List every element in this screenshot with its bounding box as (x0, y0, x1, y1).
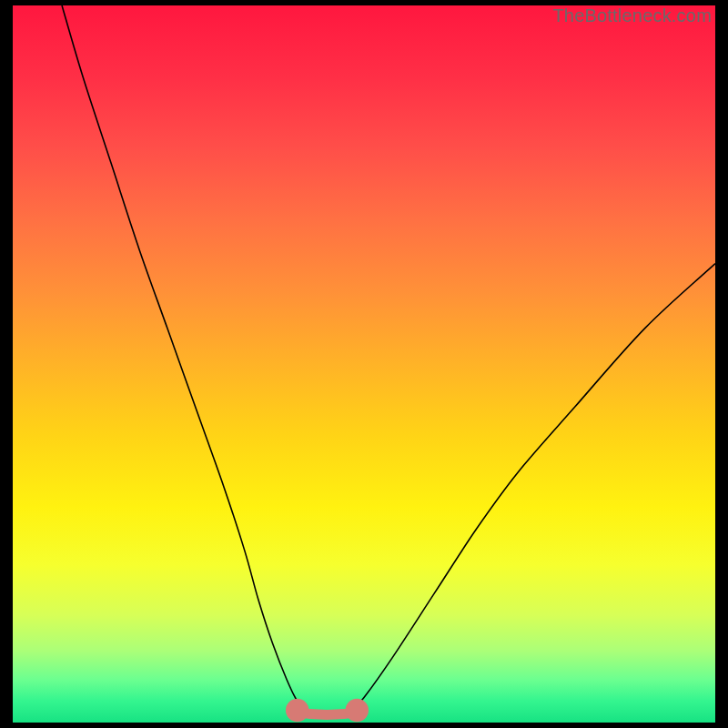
curve-path (62, 5, 715, 717)
watermark-text: TheBottleneck.com (552, 5, 712, 26)
flat-region-highlight (286, 699, 369, 722)
svg-point-2 (346, 699, 369, 722)
svg-point-1 (286, 699, 308, 722)
bottleneck-curve (13, 5, 715, 723)
plot-area (13, 5, 715, 723)
chart-stage: TheBottleneck.com (0, 0, 728, 728)
